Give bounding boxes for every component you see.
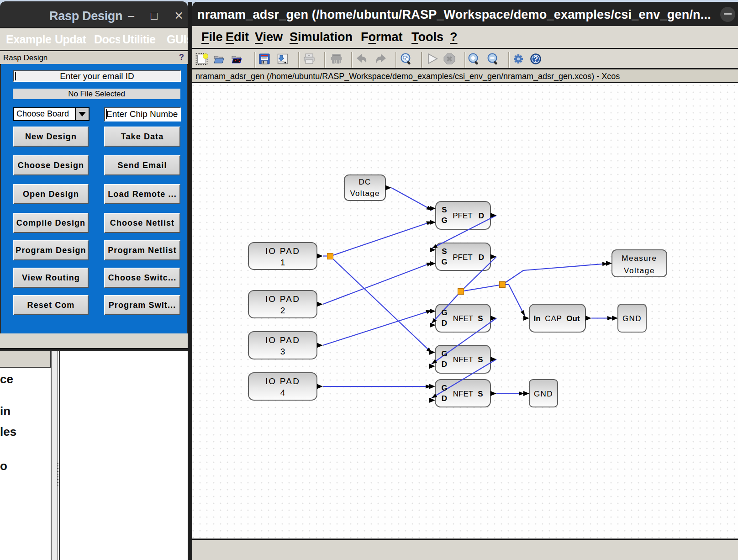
svg-text:GND: GND: [622, 314, 642, 323]
svg-text:Measure: Measure: [622, 254, 657, 263]
svg-text:G: G: [441, 308, 447, 317]
svg-text:NFET: NFET: [453, 355, 473, 364]
svg-text:NFET: NFET: [453, 390, 473, 398]
svg-text:Voltage: Voltage: [624, 266, 655, 275]
svg-text:Out: Out: [566, 314, 580, 323]
svg-text:DC: DC: [359, 178, 371, 186]
svg-text:GND: GND: [534, 390, 553, 398]
svg-text:CAP: CAP: [545, 314, 562, 323]
svg-text:S: S: [478, 390, 483, 398]
svg-text:G: G: [441, 216, 447, 225]
svg-text:?: ?: [533, 55, 538, 63]
svg-text:G: G: [441, 258, 447, 266]
svg-text:In: In: [533, 314, 540, 323]
svg-text:S: S: [478, 355, 483, 364]
svg-text:G: G: [441, 384, 447, 392]
svg-text:NFET: NFET: [453, 314, 473, 323]
svg-text:2: 2: [280, 306, 285, 315]
svg-text:S: S: [478, 314, 483, 323]
svg-text:PFET: PFET: [453, 253, 472, 262]
svg-text:IO PAD: IO PAD: [265, 335, 300, 345]
svg-text:D: D: [442, 360, 447, 369]
svg-text:D: D: [479, 211, 484, 220]
svg-text:Voltage: Voltage: [350, 189, 380, 198]
svg-text:IO PAD: IO PAD: [265, 294, 300, 304]
svg-text:D: D: [479, 253, 484, 262]
svg-text:D: D: [442, 319, 447, 328]
svg-text:IO PAD: IO PAD: [265, 376, 300, 386]
svg-text:PFET: PFET: [453, 211, 472, 220]
svg-text:3: 3: [280, 347, 285, 356]
svg-text:4: 4: [280, 388, 285, 397]
svg-text:S: S: [442, 206, 447, 214]
svg-text:D: D: [442, 394, 447, 403]
svg-text:S: S: [442, 247, 447, 256]
svg-text:1: 1: [280, 258, 285, 267]
svg-text:IO PAD: IO PAD: [265, 246, 300, 256]
svg-text:G: G: [441, 349, 447, 358]
